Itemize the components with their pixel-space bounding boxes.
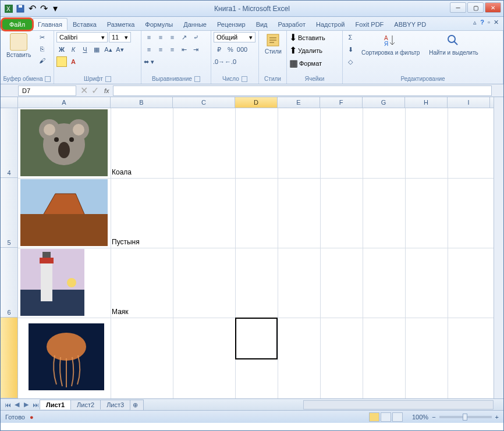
bold-button[interactable]: Ж (56, 44, 67, 55)
image-lighthouse[interactable] (20, 249, 84, 316)
cancel-formula-icon[interactable]: ✕ (80, 85, 88, 96)
font-name-combo[interactable]: Calibri▾ (56, 32, 108, 42)
decrease-indent-icon[interactable]: ⇤ (179, 44, 189, 55)
increase-font-icon[interactable]: A▴ (103, 44, 113, 55)
active-cell[interactable] (235, 318, 278, 359)
redo-icon[interactable]: ↷ (39, 4, 48, 13)
view-page-break-button[interactable] (392, 412, 403, 422)
align-center-icon[interactable]: ≡ (155, 44, 166, 55)
align-bottom-icon[interactable]: ≡ (167, 32, 178, 42)
tab-layout[interactable]: Разметка (102, 18, 140, 30)
minimize-button[interactable]: ─ (450, 2, 466, 13)
alignment-dialog-launcher[interactable] (194, 76, 200, 82)
clear-icon[interactable]: ◇ (345, 56, 356, 67)
percent-icon[interactable]: % (225, 44, 236, 55)
increase-indent-icon[interactable]: ⇥ (190, 44, 201, 55)
horizontal-scrollbar[interactable] (303, 400, 494, 409)
cut-icon[interactable]: ✂ (37, 32, 47, 42)
col-header-c[interactable]: C (173, 97, 235, 108)
close-workbook-icon[interactable]: ✕ (494, 19, 499, 26)
help-icon[interactable]: ? (480, 19, 484, 26)
sheet-nav-first[interactable]: ⏮ (3, 400, 12, 409)
col-header-b[interactable]: B (111, 97, 173, 108)
formula-bar[interactable] (113, 86, 492, 96)
maximize-button[interactable]: ▢ (467, 2, 484, 13)
col-header-g[interactable]: G (363, 97, 405, 108)
zoom-slider[interactable] (439, 416, 492, 418)
tab-home[interactable]: Главная (33, 18, 68, 30)
align-right-icon[interactable]: ≡ (167, 44, 178, 55)
sort-filter-button[interactable]: АЯ Сортировка и фильтр (358, 32, 423, 57)
tab-developer[interactable]: Разработ (273, 18, 311, 30)
insert-cells-button[interactable]: ⬇Вставить (289, 32, 325, 43)
delete-cells-button[interactable]: ⬆Удалить (289, 45, 322, 56)
image-koala[interactable] (20, 109, 108, 176)
new-sheet-button[interactable]: ⊕ (130, 400, 144, 410)
qat-customize-icon[interactable]: ▾ (51, 4, 60, 13)
col-header-f[interactable]: F (320, 97, 363, 108)
border-button[interactable]: ▦ (91, 44, 102, 55)
fx-icon[interactable]: fx (104, 87, 109, 94)
row-header-6[interactable]: 6 (1, 248, 18, 318)
orientation-icon[interactable]: ↗ (179, 32, 189, 42)
format-painter-icon[interactable]: 🖌 (37, 55, 47, 66)
tab-formulas[interactable]: Формулы (140, 18, 178, 30)
sheet-tab-2[interactable]: Лист2 (70, 400, 101, 409)
tab-foxit[interactable]: Foxit PDF (350, 18, 389, 30)
format-cells-button[interactable]: ▦Формат (289, 58, 322, 69)
col-header-d[interactable]: D (235, 97, 278, 108)
merge-cells-icon[interactable]: ⬌ ▾ (144, 56, 154, 67)
zoom-level[interactable]: 100% (412, 414, 428, 421)
find-select-button[interactable]: Найти и выделить (425, 32, 481, 57)
select-all-corner[interactable] (1, 97, 18, 108)
decrease-decimal-icon[interactable]: ←.0 (225, 56, 236, 67)
paste-button[interactable]: Вставить (3, 32, 34, 59)
currency-icon[interactable]: ₽ (214, 44, 224, 55)
row-header-5[interactable]: 5 (1, 178, 18, 248)
image-jellyfish[interactable] (29, 323, 104, 390)
sheet-nav-prev[interactable]: ◀ (12, 400, 22, 409)
row-header-7[interactable] (1, 318, 18, 398)
view-normal-button[interactable] (369, 412, 379, 422)
tab-addins[interactable]: Надстрой (311, 18, 350, 30)
col-header-e[interactable]: E (278, 97, 320, 108)
copy-icon[interactable]: ⎘ (37, 44, 47, 54)
sheet-tab-1[interactable]: Лист1 (40, 400, 71, 409)
tab-view[interactable]: Вид (251, 18, 273, 30)
name-box[interactable]: D7 (18, 86, 76, 96)
save-icon[interactable] (16, 4, 25, 13)
underline-button[interactable]: Ч (80, 44, 90, 55)
number-format-combo[interactable]: Общий▾ (214, 32, 255, 42)
italic-button[interactable]: К (68, 44, 79, 55)
clipboard-dialog-launcher[interactable] (45, 76, 51, 82)
view-page-layout-button[interactable] (381, 412, 391, 422)
font-dialog-launcher[interactable] (105, 76, 111, 82)
decrease-font-icon[interactable]: A▾ (115, 44, 125, 55)
col-header-h[interactable]: H (405, 97, 448, 108)
tab-insert[interactable]: Вставка (68, 18, 102, 30)
restore-window-icon[interactable]: ▫ (488, 19, 490, 26)
tab-file[interactable]: Файл (2, 19, 33, 30)
increase-decimal-icon[interactable]: .0→ (214, 56, 224, 67)
font-size-combo[interactable]: 11▾ (109, 32, 131, 42)
row-header-4[interactable]: 4 (1, 108, 18, 178)
autosum-icon[interactable]: Σ (345, 32, 356, 42)
image-desert[interactable] (20, 179, 108, 246)
macro-record-icon[interactable]: ● (30, 414, 34, 421)
styles-button[interactable]: Стили (261, 32, 285, 56)
sheet-tab-3[interactable]: Лист3 (100, 400, 130, 409)
fill-color-button[interactable] (56, 56, 67, 67)
tab-abbyy[interactable]: ABBYY PD (389, 18, 431, 30)
tab-data[interactable]: Данные (178, 18, 212, 30)
zoom-out-button[interactable]: − (432, 414, 435, 421)
enter-formula-icon[interactable]: ✓ (91, 85, 99, 96)
close-button[interactable]: ✕ (485, 2, 501, 13)
cells-area[interactable]: Коала Пустыня Маяк (18, 108, 503, 398)
comma-icon[interactable]: 000 (237, 44, 247, 55)
number-dialog-launcher[interactable] (242, 76, 247, 82)
col-header-i[interactable]: I (448, 97, 490, 108)
vertical-scrollbar[interactable] (494, 97, 503, 398)
tab-review[interactable]: Рецензир (212, 18, 251, 30)
zoom-in-button[interactable]: + (495, 414, 499, 421)
sheet-nav-next[interactable]: ▶ (22, 400, 31, 409)
